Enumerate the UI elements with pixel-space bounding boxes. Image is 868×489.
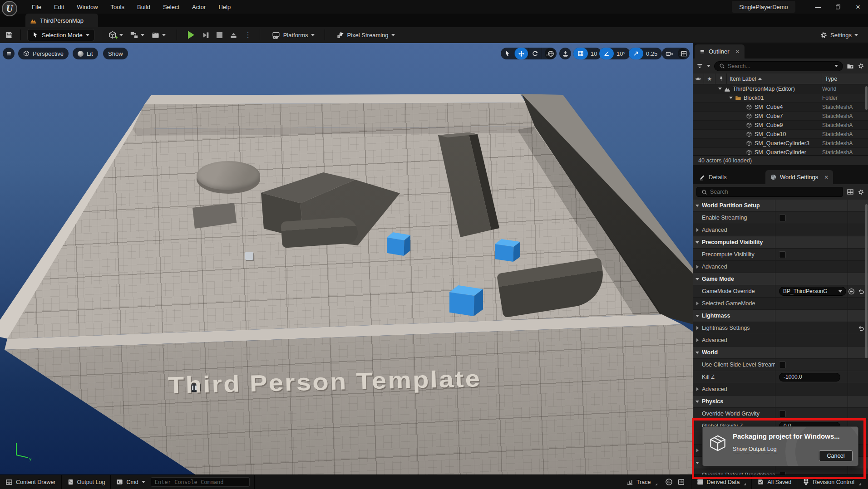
expander-icon[interactable]: [696, 449, 699, 452]
outliner-row[interactable]: SM_Cube4StaticMeshA: [693, 103, 868, 112]
expander-icon[interactable]: [718, 88, 722, 90]
section-header-row[interactable]: Physics: [693, 396, 868, 408]
tab-world-settings[interactable]: World Settings ✕: [765, 170, 833, 184]
pixel-streaming-dropdown[interactable]: Pixel Streaming: [333, 29, 399, 41]
minimize-button[interactable]: —: [808, 0, 828, 14]
menu-select[interactable]: Select: [157, 0, 186, 14]
pin-column-header[interactable]: [715, 73, 727, 84]
revision-control-button[interactable]: Revision Control: [797, 475, 866, 489]
content-drawer-button[interactable]: Content Drawer: [0, 475, 61, 489]
outliner-row[interactable]: SM_QuarterCylinderStaticMeshA: [693, 148, 868, 155]
skip-button[interactable]: [198, 29, 213, 41]
cinematics-dropdown[interactable]: [148, 29, 169, 41]
category-row[interactable]: Advanced: [693, 334, 868, 347]
stop-button[interactable]: [213, 29, 226, 41]
expander-icon[interactable]: [696, 338, 699, 342]
restore-button[interactable]: [828, 0, 848, 14]
favorite-column-header[interactable]: ★: [704, 73, 715, 84]
create-folder-icon[interactable]: [847, 63, 854, 70]
outliner-row[interactable]: SM_Cube7StaticMeshA: [693, 112, 868, 121]
show-dropdown[interactable]: Show: [103, 48, 128, 59]
trace-button[interactable]: Trace: [621, 475, 663, 489]
outliner-row[interactable]: SM_Cube9StaticMeshA: [693, 121, 868, 130]
insights-button[interactable]: [663, 475, 675, 489]
item-label-column-header[interactable]: Item Label: [727, 73, 822, 84]
section-header-row[interactable]: Lightmass: [693, 310, 868, 322]
menu-build[interactable]: Build: [131, 0, 157, 14]
expander-icon[interactable]: [695, 278, 699, 280]
profiler-button[interactable]: [675, 475, 687, 489]
gear-icon[interactable]: [858, 63, 864, 69]
select-tool[interactable]: [501, 48, 514, 59]
viewport-options-button[interactable]: [3, 48, 15, 59]
menu-window[interactable]: Window: [70, 0, 104, 14]
checkbox[interactable]: [779, 411, 786, 417]
surface-snapping-button[interactable]: [559, 48, 571, 59]
rotation-snap-control[interactable]: 10°: [599, 48, 630, 59]
unreal-logo-icon[interactable]: U: [2, 1, 17, 16]
lit-dropdown[interactable]: Lit: [73, 48, 98, 59]
visibility-column-header[interactable]: [693, 73, 704, 84]
tab-thirdpersonmap[interactable]: ThirdPersonMap: [25, 14, 98, 27]
checkbox[interactable]: [779, 215, 786, 221]
category-row[interactable]: Selected GameMode: [693, 298, 868, 310]
cmd-dropdown[interactable]: Cmd: [111, 475, 150, 489]
expander-icon[interactable]: [695, 401, 699, 403]
outliner-search-box[interactable]: [714, 61, 843, 71]
outliner-scrollbar[interactable]: [865, 86, 868, 110]
close-icon[interactable]: ✕: [735, 49, 740, 55]
expander-icon[interactable]: [695, 352, 699, 354]
chevron-down-icon[interactable]: [707, 65, 710, 67]
blueprints-dropdown[interactable]: [127, 29, 148, 41]
value-input[interactable]: -1000.0: [779, 373, 840, 381]
menu-tools[interactable]: Tools: [104, 0, 131, 14]
expander-icon[interactable]: [696, 387, 699, 391]
details-search-box[interactable]: [696, 187, 843, 197]
close-icon[interactable]: ✕: [824, 174, 829, 181]
console-command-input[interactable]: [151, 477, 250, 487]
gear-icon[interactable]: [858, 189, 864, 196]
expander-icon[interactable]: [695, 241, 699, 244]
settings-dropdown[interactable]: Settings: [816, 29, 862, 41]
expander-icon[interactable]: [729, 97, 733, 99]
rotate-tool[interactable]: [528, 48, 542, 59]
chevron-down-icon[interactable]: [834, 65, 838, 67]
scale-snap-control[interactable]: 0.25: [629, 48, 662, 59]
show-output-log-link[interactable]: Show Output Log: [733, 446, 777, 453]
save-button[interactable]: [2, 29, 17, 41]
browse-icon[interactable]: [848, 288, 855, 295]
section-header-row[interactable]: World Partition Setup: [693, 200, 868, 212]
checkbox[interactable]: [779, 362, 786, 368]
outliner-row[interactable]: ThirdPersonMap (Editor)World: [693, 84, 868, 93]
move-tool[interactable]: [514, 48, 528, 59]
category-row[interactable]: Advanced: [693, 383, 868, 396]
cancel-button[interactable]: Cancel: [819, 450, 853, 461]
output-log-button[interactable]: Output Log: [62, 475, 111, 489]
platforms-dropdown[interactable]: Platforms: [268, 29, 318, 41]
details-scrollbar[interactable]: [865, 204, 868, 358]
add-actor-dropdown[interactable]: [105, 29, 127, 41]
expander-icon[interactable]: [695, 315, 699, 317]
outliner-row[interactable]: Block01Folder: [693, 93, 868, 103]
close-button[interactable]: ✕: [848, 0, 868, 14]
expander-icon[interactable]: [696, 228, 699, 232]
tab-outliner[interactable]: Outliner ✕: [695, 44, 745, 59]
tab-details[interactable]: Details: [695, 170, 731, 184]
quad-view-button[interactable]: [678, 48, 690, 59]
menu-file[interactable]: File: [25, 0, 48, 14]
reset-icon[interactable]: [858, 325, 864, 332]
grid-snap-control[interactable]: 10: [573, 48, 602, 59]
play-options-kebab[interactable]: ⋮: [241, 29, 255, 41]
outliner-row[interactable]: SM_QuarterCylinder3StaticMeshA: [693, 139, 868, 148]
level-viewport[interactable]: Third Person Template y Perspective Lit …: [0, 43, 693, 474]
perspective-dropdown[interactable]: Perspective: [18, 48, 69, 59]
world-coordinate-button[interactable]: [545, 48, 557, 59]
type-column-header[interactable]: Type: [822, 73, 868, 84]
eject-button[interactable]: [226, 29, 241, 41]
outliner-row[interactable]: SM_Cube10StaticMeshA: [693, 130, 868, 139]
all-saved-button[interactable]: All Saved: [752, 475, 797, 489]
dropdown[interactable]: BP_ThirdPersonG: [779, 287, 846, 296]
expander-icon[interactable]: [696, 265, 699, 269]
menu-help[interactable]: Help: [212, 0, 237, 14]
outliner-search-input[interactable]: [728, 63, 832, 69]
